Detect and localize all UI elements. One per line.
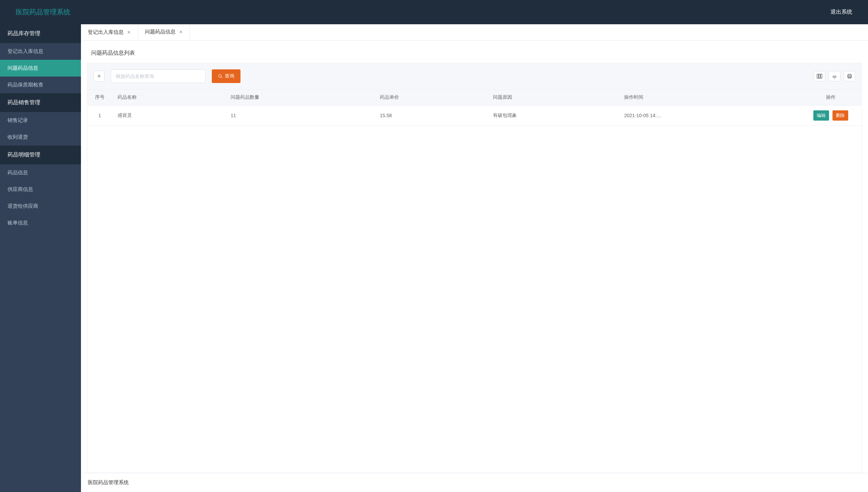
- col-price: 药品单价: [374, 90, 487, 106]
- edit-button[interactable]: 编辑: [813, 110, 829, 121]
- col-name: 药品名称: [112, 90, 225, 106]
- app-title: 医院药品管理系统: [16, 8, 70, 17]
- columns-button[interactable]: [814, 71, 825, 81]
- search-input[interactable]: [111, 69, 206, 83]
- panel: + 查询: [87, 63, 862, 473]
- sidebar-item-register-stock[interactable]: 登记出入库信息: [0, 43, 81, 60]
- columns-icon: [817, 74, 822, 79]
- cell-time: 2021-10-05 14:…: [619, 106, 800, 126]
- svg-rect-2: [817, 74, 818, 78]
- plus-icon: +: [97, 73, 101, 80]
- sidebar-item-returns-received[interactable]: 收到退货: [0, 129, 81, 146]
- close-icon[interactable]: ✕: [179, 29, 183, 35]
- tab-label: 登记出入库信息: [88, 29, 124, 36]
- cell-name: 感冒灵: [112, 106, 225, 126]
- svg-line-1: [221, 77, 222, 78]
- tab-register-stock[interactable]: 登记出入库信息 ✕: [81, 24, 138, 40]
- delete-button[interactable]: 删除: [832, 110, 848, 121]
- cell-seq: 1: [87, 106, 112, 126]
- tabs-bar: 登记出入库信息 ✕ 问题药品信息 ✕: [81, 24, 868, 41]
- col-qty: 问题药品数量: [225, 90, 374, 106]
- svg-rect-3: [819, 74, 820, 78]
- search-button[interactable]: 查询: [212, 69, 240, 83]
- print-button[interactable]: [844, 71, 855, 81]
- svg-rect-4: [821, 74, 822, 78]
- main-area: 登记出入库信息 ✕ 问题药品信息 ✕ 问题药品信息列表 +: [81, 24, 868, 492]
- col-time: 操作时间: [619, 90, 800, 106]
- logout-link[interactable]: 退出系统: [830, 9, 852, 16]
- search-button-label: 查询: [225, 73, 234, 79]
- cell-qty: 11: [225, 106, 374, 126]
- sidebar-item-bill-info[interactable]: 账单信息: [0, 215, 81, 231]
- tab-label: 问题药品信息: [145, 29, 176, 35]
- page-title: 问题药品信息列表: [91, 50, 862, 57]
- table-header-row: 序号 药品名称 问题药品数量 药品单价 问题原因 操作时间 操作: [87, 90, 862, 106]
- col-actions: 操作: [800, 90, 862, 106]
- footer: 医院药品管理系统: [81, 473, 868, 492]
- svg-point-0: [219, 74, 221, 77]
- sidebar-item-supplier-info[interactable]: 供应商信息: [0, 181, 81, 198]
- app-header: 医院药品管理系统 退出系统: [0, 0, 868, 24]
- sidebar-item-shelf-life[interactable]: 药品保质期检查: [0, 77, 81, 93]
- sidebar-group-inventory[interactable]: 药品库存管理: [0, 24, 81, 43]
- sidebar-item-problem-drug[interactable]: 问题药品信息: [0, 60, 81, 77]
- sidebar-item-drug-info[interactable]: 药品信息: [0, 164, 81, 181]
- col-seq: 序号: [87, 90, 112, 106]
- cell-reason: 有破包现象: [487, 106, 619, 126]
- export-button[interactable]: [829, 71, 840, 81]
- data-table: 序号 药品名称 问题药品数量 药品单价 问题原因 操作时间 操作 1 感冒灵: [87, 90, 862, 126]
- export-icon: [832, 74, 837, 79]
- col-reason: 问题原因: [487, 90, 619, 106]
- cell-actions: 编辑 删除: [800, 106, 862, 126]
- add-button[interactable]: +: [94, 71, 105, 82]
- table-row: 1 感冒灵 11 15.58 有破包现象 2021-10-05 14:… 编辑 …: [87, 106, 862, 126]
- tab-problem-drug[interactable]: 问题药品信息 ✕: [138, 24, 190, 40]
- sidebar-item-return-supplier[interactable]: 退货给供应商: [0, 198, 81, 215]
- print-icon: [847, 74, 852, 79]
- sidebar-group-sales[interactable]: 药品销售管理: [0, 93, 81, 112]
- content: 问题药品信息列表 + 查询: [81, 41, 868, 473]
- sidebar-item-sales-record[interactable]: 销售记录: [0, 112, 81, 129]
- cell-price: 15.58: [374, 106, 487, 126]
- search-icon: [218, 74, 223, 79]
- sidebar: 药品库存管理 登记出入库信息 问题药品信息 药品保质期检查 药品销售管理 销售记…: [0, 24, 81, 492]
- toolbar: + 查询: [87, 63, 862, 90]
- sidebar-group-details[interactable]: 药品明细管理: [0, 146, 81, 164]
- close-icon[interactable]: ✕: [127, 30, 131, 35]
